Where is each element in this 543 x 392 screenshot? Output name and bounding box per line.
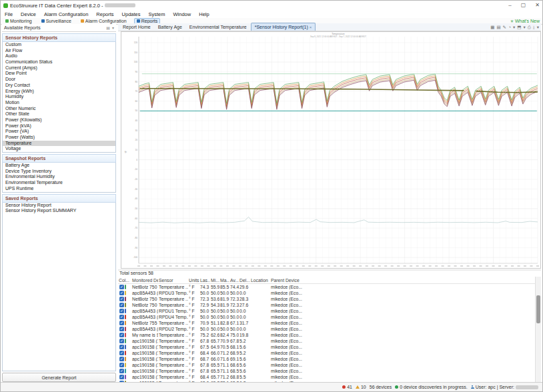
perspective-surveillance[interactable]: Surveillance xyxy=(39,19,73,24)
sidebar-item-device-type-inventory[interactable]: Device Type Inventory xyxy=(3,169,115,175)
tab-close-icon[interactable]: × xyxy=(310,25,312,30)
sidebar-item-power-watts[interactable]: Power (Watts) xyxy=(3,135,115,141)
column-header-las[interactable]: Las... xyxy=(199,278,210,283)
row-checkbox[interactable]: ✓ xyxy=(119,333,124,337)
tab-battery-age[interactable]: Battery Age xyxy=(155,23,185,31)
table-row[interactable]: ✓apc190158 (1...Temperature ...° F68.465… xyxy=(118,374,535,380)
save-report-icon[interactable]: ⬒ xyxy=(517,24,521,30)
sidebar-item-door[interactable]: Door xyxy=(3,77,115,83)
sidebar-item-sensor-history-report[interactable]: Sensor History Report xyxy=(3,203,115,209)
table-row[interactable]: ✓NetBotz 755 ...Temperature ...° F70.951… xyxy=(118,320,535,326)
table-row[interactable]: ✓NetBotz 750 ...Temperature ...° F74.355… xyxy=(118,284,535,290)
sensor-table-header[interactable]: Col...Monitored De...SensorUnitsLas...Mi… xyxy=(118,277,535,284)
minimize-button[interactable]: – xyxy=(508,1,511,9)
sidebar-item-environmental-temperature[interactable]: Environmental Temperature xyxy=(3,180,115,186)
row-checkbox[interactable]: ✓ xyxy=(119,303,124,307)
sidebar-item-temperature[interactable]: Temperature xyxy=(3,141,115,147)
row-checkbox[interactable]: ✓ xyxy=(119,351,124,355)
menu-device[interactable]: Device xyxy=(21,11,36,17)
close-button[interactable]: ✕ xyxy=(535,1,540,9)
column-header-monitored-de[interactable]: Monitored De... xyxy=(131,278,158,283)
sidebar-item-power-kva[interactable]: Power (kVA) xyxy=(3,123,115,129)
options-arrow-icon[interactable]: ▾ xyxy=(537,24,539,30)
menu-updates[interactable]: Updates xyxy=(122,11,141,17)
table-row[interactable]: ✓apcB5A453 (1...RPDU2 Temp...° F50.050.0… xyxy=(118,326,535,332)
column-header-av[interactable]: Av... xyxy=(229,278,239,283)
menu-reports[interactable]: Reports xyxy=(96,11,113,17)
table-scrollbar-thumb[interactable] xyxy=(536,295,540,323)
menu-help[interactable]: Help xyxy=(199,11,209,17)
chart-view-icon[interactable]: ▤ xyxy=(496,24,500,30)
tab-report-home[interactable]: Report Home xyxy=(119,23,154,31)
edit-report-icon[interactable]: ✎ xyxy=(503,24,506,30)
sidebar-item-other-state[interactable]: Other State xyxy=(3,111,115,117)
column-header-ma[interactable]: Ma... xyxy=(219,278,229,283)
table-scrollbar[interactable] xyxy=(535,277,541,383)
table-row[interactable]: ✓apc190158 (1...Temperature ...° F67.865… xyxy=(118,368,535,374)
row-checkbox[interactable]: ✓ xyxy=(119,327,124,331)
row-checkbox[interactable]: ✓ xyxy=(119,285,124,289)
table-row[interactable]: ✓apc190158 (1...Temperature ...° F68.466… xyxy=(118,350,535,356)
sidebar-item-current-amps[interactable]: Current (Amps) xyxy=(3,65,115,71)
table-row[interactable]: ✓NetBotz 750 ...Temperature ...° F72.353… xyxy=(118,296,535,302)
table-row[interactable]: ✓apcB5A453 (1...RPDU3 Temp...° F50.050.0… xyxy=(118,290,535,296)
table-view-icon[interactable]: ▦ xyxy=(490,24,494,30)
perspective-monitoring[interactable]: Monitoring xyxy=(3,19,34,24)
row-checkbox[interactable]: ✓ xyxy=(119,369,124,373)
column-header-parent-device[interactable]: Parent Device xyxy=(270,278,535,283)
table-row[interactable]: ✓apc190158 (1...Temperature ...° F67.865… xyxy=(118,338,535,344)
panel-collapse-icon[interactable]: ▾ xyxy=(112,25,114,30)
dropdown-arrow-icon[interactable]: ▾ xyxy=(513,24,515,30)
column-header-del[interactable]: Del... xyxy=(239,278,250,283)
column-header-units[interactable]: Units xyxy=(188,278,199,283)
sidebar-item-other-numeric[interactable]: Other Numeric xyxy=(3,106,115,112)
column-header-mi[interactable]: Mi... xyxy=(210,278,219,283)
generate-report-button[interactable]: Generate Report xyxy=(2,373,116,382)
sidebar-item-humidity[interactable]: Humidity xyxy=(3,94,115,100)
menu-file[interactable]: File xyxy=(5,11,13,17)
sidebar-item-dry-contact[interactable]: Dry Contact xyxy=(3,83,115,89)
time-range-icon[interactable]: ◔ xyxy=(508,24,511,30)
row-checkbox[interactable]: ✓ xyxy=(119,315,124,319)
table-row[interactable]: ✓apcB5A453 (1...RPDU1 Temp...° F50.050.0… xyxy=(118,308,535,314)
row-checkbox[interactable]: ✓ xyxy=(119,345,124,349)
tab-environmental-temperature[interactable]: Environmental Temperature xyxy=(186,23,250,31)
sidebar-item-energy-kwh[interactable]: Energy (kWh) xyxy=(3,89,115,95)
table-row[interactable]: ✓NetBotz 750 ...Temperature ...° F72.954… xyxy=(118,302,535,308)
dropdown-arrow-icon[interactable]: ▾ xyxy=(523,24,525,30)
print-icon[interactable]: ⎙ xyxy=(528,24,531,30)
sidebar-item-communication-status[interactable]: Communication Status xyxy=(3,59,115,65)
table-row[interactable]: ✓apc190158 (1...Temperature ...° F67.564… xyxy=(118,344,535,350)
sidebar-item-ups-runtime[interactable]: UPS Runtime xyxy=(3,186,115,192)
export-icon[interactable]: ⤓ xyxy=(533,24,535,30)
panel-menu-icon[interactable]: ▤ xyxy=(106,25,110,30)
sidebar-item-power-kilowatts[interactable]: Power (Kilowatts) xyxy=(3,117,115,123)
sidebar-item-battery-age[interactable]: Battery Age xyxy=(3,163,115,169)
table-row[interactable]: ✓apcB5A453 (1...RPDU4 Temp...° F50.050.0… xyxy=(118,314,535,320)
tab-sensor-history-report-1[interactable]: *Sensor History Report(1)× xyxy=(251,23,316,31)
column-header-col[interactable]: Col... xyxy=(118,278,131,283)
menu-window[interactable]: Window xyxy=(173,11,191,17)
table-row[interactable]: ✓apc190158 (1...Temperature ...° F67.865… xyxy=(118,362,535,368)
sidebar-item-audio[interactable]: Audio xyxy=(3,53,115,59)
sidebar-item-sensor-history-report-summary[interactable]: Sensor History Report SUMMARY xyxy=(3,208,115,214)
chart-table-splitter[interactable] xyxy=(118,269,541,271)
table-row[interactable]: ✓My name is Si...Temperature ...° F75.26… xyxy=(118,332,535,338)
column-header-location[interactable]: Location xyxy=(250,278,270,283)
sidebar-item-voltage[interactable]: Voltage xyxy=(3,146,115,152)
maximize-button[interactable]: ▢ xyxy=(521,1,526,9)
row-checkbox[interactable]: ✓ xyxy=(119,291,124,295)
sidebar-item-custom[interactable]: Custom xyxy=(3,42,115,48)
row-checkbox[interactable]: ✓ xyxy=(119,297,124,301)
sidebar-item-power-va[interactable]: Power (VA) xyxy=(3,129,115,135)
sidebar-item-environmental-humidity[interactable]: Environmental Humidity xyxy=(3,174,115,180)
column-header-sensor[interactable]: Sensor xyxy=(158,278,188,283)
menu-system[interactable]: System xyxy=(149,11,165,17)
row-checkbox[interactable]: ✓ xyxy=(119,321,124,325)
row-checkbox[interactable]: ✓ xyxy=(119,357,124,361)
row-checkbox[interactable]: ✓ xyxy=(119,309,124,313)
sidebar-item-dew-point[interactable]: Dew Point xyxy=(3,71,115,77)
sidebar-item-air-flow[interactable]: Air Flow xyxy=(3,48,115,54)
row-checkbox[interactable]: ✓ xyxy=(119,339,124,343)
table-row[interactable]: ✓apc190158 (1...Temperature ...° F68.766… xyxy=(118,356,535,362)
